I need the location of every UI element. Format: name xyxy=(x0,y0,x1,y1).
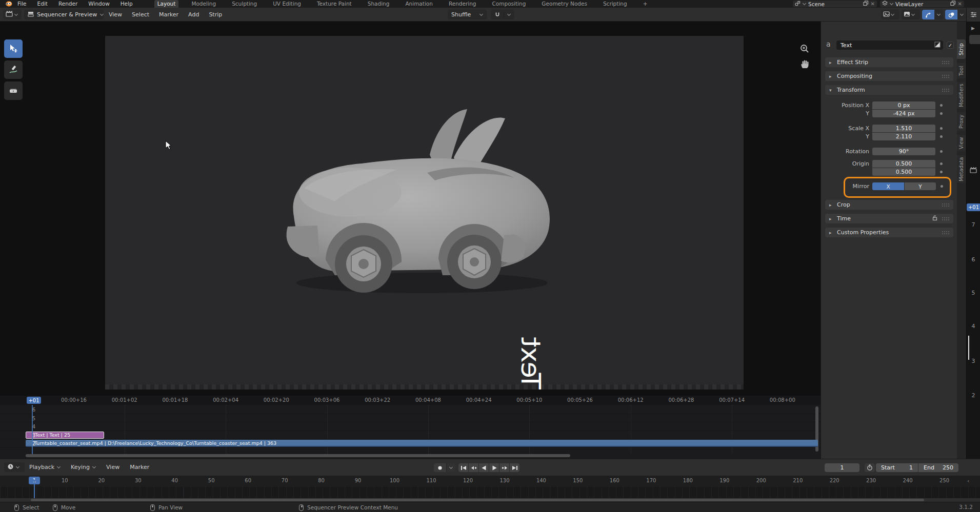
scene-selector[interactable]: Scene ✕ xyxy=(793,1,877,7)
panel-time[interactable]: ▸ Time xyxy=(825,214,953,223)
fake-user-icon[interactable] xyxy=(934,42,941,49)
blade-tool-button[interactable] xyxy=(4,81,23,100)
use-preview-range-button[interactable] xyxy=(865,463,875,472)
snap-options-dropdown[interactable] xyxy=(504,13,513,16)
record-button[interactable] xyxy=(434,463,446,472)
play-forward-button[interactable] xyxy=(489,463,499,472)
display-channels-dropdown[interactable] xyxy=(902,10,920,19)
remove-viewlayer-icon[interactable]: ✕ xyxy=(958,1,962,7)
collapse-region-icon[interactable]: ‹ xyxy=(967,478,969,484)
animate-dot[interactable] xyxy=(940,150,943,153)
movie-strip[interactable]: Turntable_coaster_seat.mp4 | D:\Freelanc… xyxy=(26,440,818,447)
workspace-tab-layout[interactable]: Layout xyxy=(154,0,179,8)
panel-custom-properties[interactable]: ▸ Custom Properties xyxy=(825,228,953,237)
sequencer-menu-add[interactable]: Add xyxy=(188,8,199,22)
sequencer-menu-view[interactable]: View xyxy=(109,8,122,22)
workspace-tab-modeling[interactable]: Modeling xyxy=(188,0,219,8)
position-x-field[interactable]: 0 px xyxy=(872,101,935,109)
overlap-mode-dropdown[interactable]: Shuffle xyxy=(448,10,487,19)
workspace-tab-texture-paint[interactable]: Texture Paint xyxy=(314,0,355,8)
strip-enabled-checkbox[interactable]: ✓ xyxy=(947,42,954,49)
scale-x-field[interactable]: 1.510 xyxy=(872,125,935,132)
previous-keyframe-button[interactable] xyxy=(469,463,478,472)
timeline-horizontal-scrollbar[interactable] xyxy=(31,499,924,501)
unlink-scene-icon[interactable]: ✕ xyxy=(871,1,875,7)
animate-dot[interactable] xyxy=(941,185,943,188)
timeline-menu-view[interactable]: View xyxy=(106,462,119,472)
current-frame-field[interactable]: 1 xyxy=(825,463,859,472)
menu-render[interactable]: Render xyxy=(58,0,77,8)
snap-magnet-icon[interactable] xyxy=(491,12,504,18)
sidebar-tab-strip[interactable]: Strip xyxy=(957,39,966,59)
animate-dot[interactable] xyxy=(940,127,943,130)
timeline-editor-type-dropdown[interactable] xyxy=(4,462,25,472)
animate-dot[interactable] xyxy=(940,135,943,138)
edge-tool-button[interactable] xyxy=(969,35,980,44)
expand-region-icon[interactable]: ▶ xyxy=(971,26,975,31)
menu-help[interactable]: Help xyxy=(121,0,133,8)
workspace-tab-animation[interactable]: Animation xyxy=(402,0,436,8)
animate-dot[interactable] xyxy=(940,171,943,173)
panel-grip-icon[interactable] xyxy=(942,203,949,207)
show-gizmo-button[interactable] xyxy=(922,10,934,19)
origin-y-field[interactable]: 0.500 xyxy=(872,168,935,176)
playhead-line[interactable] xyxy=(32,405,33,454)
horizontal-scrollbar[interactable] xyxy=(26,454,570,457)
timeline-ruler[interactable]: 1 10203040506070809010011012013014015016… xyxy=(0,476,980,487)
panel-grip-icon[interactable] xyxy=(942,88,949,92)
origin-x-field[interactable]: 0.500 xyxy=(872,160,935,168)
lock-open-icon[interactable] xyxy=(932,215,938,222)
sidebar-tab-modifiers[interactable]: Modifiers xyxy=(957,82,966,109)
workspace-tab-rendering[interactable]: Rendering xyxy=(446,0,479,8)
annotate-tool-button[interactable] xyxy=(4,60,23,79)
animate-dot[interactable] xyxy=(940,104,943,107)
frame-start-field[interactable]: Start1 xyxy=(876,463,918,472)
edge-current-frame-badge[interactable]: +01 xyxy=(967,203,980,211)
timeline-playhead-line[interactable] xyxy=(34,480,35,498)
rotation-field[interactable]: 90° xyxy=(872,148,935,155)
workspace-tab-compositing[interactable]: Compositing xyxy=(489,0,529,8)
zoom-icon[interactable] xyxy=(799,43,810,56)
sidebar-tab-metadata[interactable]: Metadata xyxy=(957,155,966,183)
channel-row-6[interactable] xyxy=(0,405,821,414)
animate-dot[interactable] xyxy=(940,112,943,115)
play-reverse-button[interactable] xyxy=(479,463,489,472)
new-viewlayer-icon[interactable] xyxy=(950,1,956,8)
sidebar-tab-view[interactable]: View xyxy=(957,135,966,151)
panel-crop[interactable]: ▸ Crop xyxy=(825,200,953,210)
scale-y-field[interactable]: 2.110 xyxy=(872,133,935,140)
pan-hand-icon[interactable] xyxy=(799,58,810,71)
edge-editor[interactable]: ▶ +01 765432 xyxy=(966,22,980,459)
workspace-tab-plus[interactable]: + xyxy=(640,0,651,8)
strip-name-field[interactable]: Text xyxy=(836,40,943,50)
menu-window[interactable]: Window xyxy=(88,0,109,8)
sequencer-menu-select[interactable]: Select xyxy=(132,8,149,22)
frame-end-field[interactable]: End250 xyxy=(918,463,958,472)
panel-grip-icon[interactable] xyxy=(942,217,949,220)
workspace-tab-sculpting[interactable]: Sculpting xyxy=(229,0,260,8)
jump-to-start-button[interactable] xyxy=(458,463,468,472)
timeline-menu-marker[interactable]: Marker xyxy=(130,462,149,472)
mirror-x-button[interactable]: X xyxy=(872,182,904,190)
mirror-y-button[interactable]: Y xyxy=(905,182,936,190)
next-keyframe-button[interactable] xyxy=(499,463,509,472)
timeline-track-band[interactable] xyxy=(0,487,980,498)
keying-options-dropdown[interactable] xyxy=(446,463,455,472)
sequencer-menu-marker[interactable]: Marker xyxy=(159,8,178,22)
view-type-dropdown[interactable]: Sequencer & Preview xyxy=(24,10,104,19)
overlays-options-dropdown[interactable] xyxy=(957,10,966,19)
preview-viewport[interactable]: Text xyxy=(0,22,821,396)
sequencer-ruler[interactable]: +01 00:00+1600:01+0200:01+1800:02+0400:0… xyxy=(0,396,821,405)
panel-grip-icon[interactable] xyxy=(942,231,949,234)
panel-grip-icon[interactable] xyxy=(942,74,949,78)
current-frame-badge[interactable]: +01 xyxy=(27,397,41,404)
panel-effect-strip[interactable]: ▸ Effect Strip xyxy=(825,57,953,67)
viewlayer-selector[interactable]: ViewLayer ✕ xyxy=(880,1,964,7)
preview-shading-dropdown[interactable] xyxy=(881,10,899,19)
text-strip[interactable]: Text | Text | 25 xyxy=(26,432,104,439)
editor-type-dropdown[interactable] xyxy=(3,10,22,19)
timeline-menu-keying[interactable]: Keying xyxy=(71,462,96,472)
channel-row-4[interactable] xyxy=(0,422,821,431)
menu-edit[interactable]: Edit xyxy=(37,0,48,8)
position-y-field[interactable]: -424 px xyxy=(872,110,935,117)
